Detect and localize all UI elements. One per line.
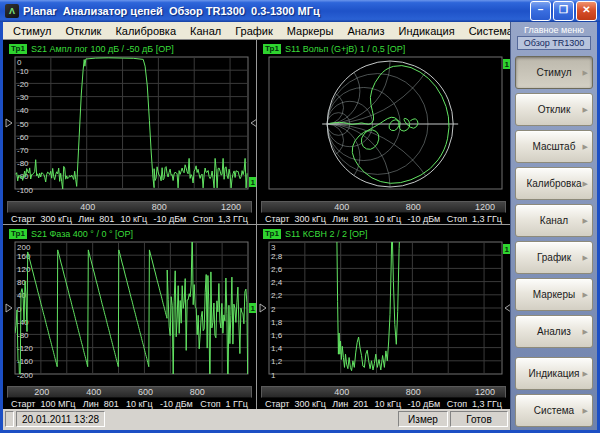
x-axis-tick-label: 800 [152, 202, 167, 213]
chart-stimulus-footer: Старт 100 МГцЛин 80110 кГц-10 дБмСтоп 1 … [3, 398, 256, 409]
stimulus-field[interactable]: Лин 801 [83, 399, 119, 409]
x-axis-tick-label: 400 [334, 387, 349, 398]
trace-badge[interactable]: Тр1 [9, 229, 27, 239]
stimulus-field[interactable]: 10 кГц [121, 214, 147, 224]
chevron-right-icon: ▶ [583, 291, 588, 299]
menu-item-channel[interactable]: Канал [183, 24, 228, 38]
menu-item-graph[interactable]: График [228, 24, 280, 38]
trace-badge[interactable]: Тр1 [263, 229, 281, 239]
stimulus-field[interactable]: 10 кГц [375, 399, 401, 409]
menu-item-display[interactable]: Индикация [392, 24, 462, 38]
y-axis-label: 3 [271, 243, 276, 252]
stimulus-field[interactable]: Стоп 1 ГГц [200, 399, 248, 409]
chevron-right-icon: ▶ [583, 180, 588, 188]
stimulus-field[interactable]: Старт 100 МГц [11, 399, 76, 409]
sidebar-button-markers[interactable]: Маркеры▶ [515, 278, 593, 311]
sidebar-buttons: Стимул▶Отклик▶Масштаб▶Калибровка▶Канал▶Г… [514, 54, 594, 429]
ref-marker-left-icon [6, 304, 12, 312]
y-axis-label: -20 [17, 80, 29, 89]
x-axis-tick-label: 1200 [475, 202, 495, 213]
app-window: Λ Planar Анализатор цепей Обзор TR1300 0… [0, 0, 600, 433]
y-axis-label: 2,2 [271, 291, 283, 300]
x-axis-tick-label: 400 [80, 202, 95, 213]
status-bar: 20.01.2011 13:28 Измер Готов [3, 409, 510, 429]
status-measure: Измер [398, 411, 448, 427]
y-axis-label: -30 [17, 93, 29, 102]
stimulus-field[interactable]: Стоп 1,3 ГГц [447, 214, 502, 224]
stimulus-field[interactable]: Лин 801 [332, 214, 368, 224]
sidebar-button-display[interactable]: Индикация▶ [515, 357, 593, 390]
stimulus-field[interactable]: -10 дБм [160, 399, 193, 409]
app-icon: Λ [5, 4, 19, 18]
ref-marker-right-icon [251, 119, 256, 127]
x-axis-tick-label: 800 [406, 202, 421, 213]
x-axis-tick-label: 1200 [221, 202, 241, 213]
maximize-icon[interactable]: ❐ [553, 1, 574, 21]
sidebar-button-graph[interactable]: График▶ [515, 241, 593, 274]
x-axis-tick-label: 400 [334, 202, 349, 213]
x-axis-tick-label: 1200 [475, 387, 495, 398]
close-icon[interactable]: ✕ [576, 1, 597, 21]
trace-badge[interactable]: Тр1 [263, 44, 281, 54]
y-axis-label: -80 [17, 331, 29, 340]
x-axis-tick-label: 400 [86, 387, 101, 398]
stimulus-field[interactable]: -10 дБм [153, 214, 186, 224]
menu-item-response[interactable]: Отклик [59, 24, 109, 38]
menu-item-calibration[interactable]: Калибровка [108, 24, 183, 38]
sidebar-button-label: Стимул [537, 67, 572, 78]
x-axis-tick-strip: 4008001200 [7, 201, 252, 213]
chart-plot[interactable]: 32,82,62,42,221,81,61,41,211 [257, 240, 510, 382]
left-column: СтимулОткликКалибровкаКаналГрафикМаркеры… [3, 22, 510, 430]
menu-item-stimulus[interactable]: Стимул [6, 24, 59, 38]
menu-item-analysis[interactable]: Анализ [340, 24, 391, 38]
chart-plot[interactable]: 0-10-20-30-40-50-60-70-80-90-1001 [3, 55, 256, 197]
svg-text:1: 1 [505, 60, 510, 69]
chart-plot[interactable]: 20016012080400-40-80-120-160-2001 [3, 240, 256, 382]
trace-badge[interactable]: Тр1 [9, 44, 27, 54]
sidebar-button-label: Калибровка [526, 178, 581, 189]
chevron-right-icon: ▶ [583, 106, 588, 114]
chart-stimulus-footer: Старт 300 кГцЛин 80110 кГц-10 дБмСтоп 1,… [3, 213, 256, 224]
y-axis-label: 120 [17, 265, 31, 274]
chevron-right-icon: ▶ [583, 370, 588, 378]
stimulus-field[interactable]: Стоп 1,3 ГГц [447, 399, 502, 409]
softkey-sidebar: Главное меню Обзор TR1300 Стимул▶Отклик▶… [510, 22, 597, 430]
stimulus-field[interactable]: Старт 300 кГц [265, 399, 326, 409]
stimulus-field[interactable]: Старт 300 кГц [11, 214, 72, 224]
stimulus-field[interactable]: -10 дБм [407, 214, 440, 224]
minimize-icon[interactable]: – [530, 1, 551, 21]
stimulus-field[interactable]: Лин 201 [332, 399, 368, 409]
chart-header: Тр1S21 Ампл лог 100 дБ / -50 дБ [ОР] [3, 40, 256, 55]
chart-grid: Тр1S21 Ампл лог 100 дБ / -50 дБ [ОР]0-10… [3, 39, 510, 409]
window-title: Planar Анализатор цепей Обзор TR1300 0.3… [23, 5, 528, 17]
chart-title: S11 Вольп (G+jB) 1 / 0,5 [ОР] [285, 44, 405, 54]
y-axis-label: 1,6 [271, 331, 283, 340]
sidebar-button-channel[interactable]: Канал▶ [515, 204, 593, 237]
y-axis-label: -50 [17, 120, 29, 129]
chart-title: S21 Фаза 400 ° / 0 ° [ОР] [31, 229, 133, 239]
sidebar-button-stimulus[interactable]: Стимул▶ [515, 56, 593, 89]
stimulus-field[interactable]: Старт 300 кГц [265, 214, 326, 224]
sidebar-button-label: Маркеры [533, 289, 575, 300]
sidebar-button-system[interactable]: Система▶ [515, 394, 593, 427]
y-axis-label: 2 [271, 305, 276, 314]
status-grip [5, 411, 14, 427]
sidebar-button-scale[interactable]: Масштаб▶ [515, 130, 593, 163]
y-axis-label: 2,4 [271, 278, 283, 287]
y-axis-label: -40 [17, 106, 29, 115]
ref-marker-left-icon [260, 304, 266, 312]
ref-marker-left-icon [6, 119, 12, 127]
chart-plot[interactable]: 1 [257, 55, 510, 197]
stimulus-field[interactable]: Стоп 1,3 ГГц [193, 214, 248, 224]
sidebar-button-analysis[interactable]: Анализ▶ [515, 315, 593, 348]
stimulus-field[interactable]: Лин 801 [78, 214, 114, 224]
sidebar-button-calibration[interactable]: Калибровка▶ [515, 167, 593, 200]
sidebar-button-label: Отклик [538, 104, 571, 115]
sidebar-button-label: Масштаб [533, 141, 576, 152]
menu-item-markers[interactable]: Маркеры [280, 24, 341, 38]
stimulus-field[interactable]: -10 дБм [407, 399, 440, 409]
stimulus-field[interactable]: 10 кГц [126, 399, 152, 409]
chart-s11-vswr: Тр1S11 КСВН 2 / 2 [ОР]32,82,62,42,221,81… [257, 225, 510, 409]
stimulus-field[interactable]: 10 кГц [375, 214, 401, 224]
sidebar-button-response[interactable]: Отклик▶ [515, 93, 593, 126]
